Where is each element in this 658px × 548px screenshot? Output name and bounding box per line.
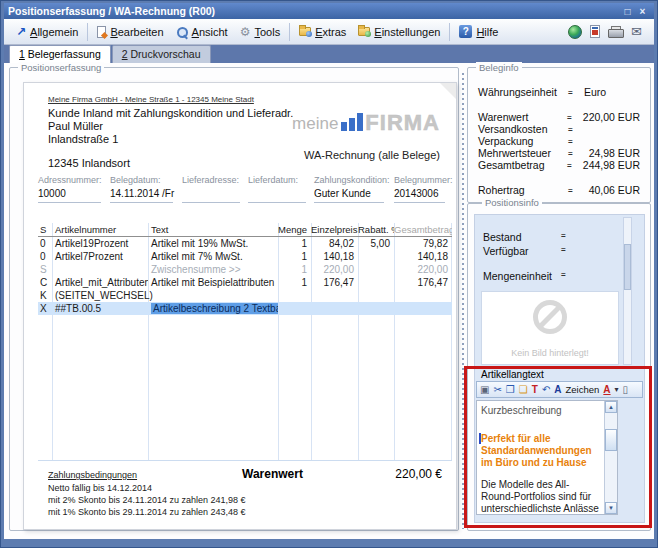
email-icon[interactable]: ✉ (631, 26, 642, 38)
table-row[interactable]: C Artikel_mit_Attributen Artikel mit Bei… (38, 276, 452, 289)
equals-icon: = (568, 125, 584, 134)
beleginfo-groupbox: Währungseinheit = Euro Warenwert = 220,0… (467, 67, 651, 203)
positionsinfo-row: Mengeneinheit = (483, 270, 636, 282)
page-curl-icon (440, 83, 456, 99)
col-header-artikelnummer[interactable]: Artikelnummer (52, 224, 148, 235)
table-row-pagebreak[interactable]: K (SEITEN_WECHSEL) (38, 289, 452, 302)
tab-label: Druckvorschau (131, 48, 201, 60)
col-header-menge[interactable]: Menge (278, 224, 311, 235)
field-value[interactable]: 20143006 (394, 188, 452, 201)
chevron-down-icon[interactable]: ▾ (615, 384, 619, 395)
panel-splitter[interactable] (461, 73, 464, 529)
editor-scrollbar[interactable]: ▲ ▼ (604, 401, 617, 514)
table-row[interactable]: 0 Artikel7Prozent Artikel mit 7% MwSt. 1… (38, 250, 452, 263)
langtext-headline: Perfekt für alle Standardanwendungen im … (481, 433, 601, 469)
menu-item-bearbeiten[interactable]: Bearbeiten (91, 23, 169, 41)
table-row[interactable]: 0 Artikel19Prozent Artikel mit 19% MwSt.… (38, 237, 452, 250)
langtext-editor[interactable]: Kurzbeschreibung Perfekt für alle Standa… (476, 400, 618, 515)
menu-item-extras[interactable]: Extras (293, 23, 352, 41)
menu-separator (449, 23, 450, 41)
scrollbar-thumb[interactable] (605, 429, 617, 451)
menu-bar: ↗ Allgemein Bearbeiten Ansicht ⚙ Tools E… (4, 19, 654, 45)
group-label-positionsinfo: Positionsinfo (482, 197, 542, 208)
menu-item-allgemein[interactable]: ↗ Allgemein (10, 23, 84, 41)
globe-icon[interactable] (568, 25, 582, 39)
title-bar: Positionserfassung / WA-Rechnung (R00) □… (4, 3, 654, 19)
field-value[interactable] (248, 188, 314, 201)
menu-separator (87, 23, 88, 41)
close-icon[interactable]: × (635, 5, 650, 18)
maximize-editor-icon[interactable]: ▣ (480, 384, 489, 395)
scroll-up-icon[interactable]: ▲ (605, 401, 617, 413)
undo-icon[interactable]: ↶ (542, 384, 550, 395)
scrollbar-thumb[interactable] (624, 244, 631, 290)
field-zahlungskondition[interactable]: Zahlungskondition: Guter Kunde (314, 175, 394, 203)
tab-band: 1 Belegerfassung 2 Druckvorschau (4, 45, 654, 63)
field-belegnummer[interactable]: Belegnummer: 20143006 (394, 175, 452, 203)
tab-druckvorschau[interactable]: 2 Druckvorschau (112, 45, 211, 63)
menu-label: Extras (315, 26, 346, 38)
positions-table: S Artikelnummer Text Menge Einzelpreis R… (38, 223, 452, 461)
panel-scrollbar[interactable] (623, 217, 632, 365)
tab-number: 2 (122, 48, 128, 60)
window-title: Positionserfassung / WA-Rechnung (R00) (8, 5, 620, 17)
field-value[interactable]: Guter Kunde (314, 188, 394, 201)
scroll-down-icon[interactable]: ▼ (605, 502, 617, 514)
paste-icon[interactable]: ❏ (519, 384, 528, 395)
text-caret (479, 433, 481, 444)
equals-icon: = (561, 231, 566, 243)
equals-icon: = (567, 161, 583, 170)
col-header-s[interactable]: S (38, 224, 52, 235)
clipped-toolbar-icon[interactable]: ▯ (623, 384, 629, 395)
paste-text-icon[interactable]: T (532, 384, 538, 395)
equals-icon: = (561, 270, 566, 282)
copy-icon[interactable]: ❐ (506, 384, 515, 395)
bar-chart-logo-icon (341, 113, 363, 131)
font-color-icon[interactable]: A (603, 384, 610, 395)
langtext-intro: Kurzbeschreibung (481, 405, 601, 417)
menu-item-tools[interactable]: ⚙ Tools (234, 23, 286, 41)
field-value[interactable]: 10000 (38, 188, 110, 201)
restore-icon[interactable]: □ (620, 5, 635, 18)
field-value[interactable] (182, 188, 248, 201)
table-row-selected[interactable]: X ##TB.00.5 Artikelbeschreibung 2 Textba… (38, 302, 452, 315)
menu-item-ansicht[interactable]: Ansicht (170, 23, 234, 41)
invoice-document[interactable]: Meine Firma GmbH - Meine Straße 1 - 1234… (23, 82, 457, 530)
menu-label: Bearbeiten (110, 26, 163, 38)
no-image-icon (533, 300, 567, 334)
address-line: Paul Müller (48, 120, 293, 133)
field-adressnummer[interactable]: Adressnummer: 10000 (38, 175, 110, 203)
col-header-text[interactable]: Text (148, 224, 278, 235)
langtext-toolbar: ▣ ✂ ❐ ❏ T ↶ A Zeichen A ▾ ▯ (476, 381, 643, 398)
beleginfo-row: Warenwert = 220,00 EUR (468, 111, 650, 123)
content-area: Positionserfassung Meine Firma GmbH - Me… (4, 63, 654, 539)
arrow-ne-icon: ↗ (16, 27, 26, 37)
col-header-einzelpreis[interactable]: Einzelpreis (311, 224, 358, 235)
payment-terms: Zahlungsbedingungen Netto fällig bis 14.… (48, 469, 245, 518)
group-label-positionserfassung: Positionserfassung (18, 62, 104, 73)
total-value: 220,00 € (395, 467, 442, 481)
total-label: Warenwert (242, 467, 303, 481)
group-label-beleginfo: Beleginfo (476, 62, 522, 73)
print-icon[interactable] (608, 26, 623, 37)
tab-label: Belegerfassung (28, 48, 101, 60)
zeichen-button[interactable]: Zeichen (566, 384, 600, 395)
field-belegdatum[interactable]: Belegdatum: 14.11.2014 /Fr (110, 175, 182, 203)
font-icon[interactable]: A (554, 384, 561, 395)
cut-icon[interactable]: ✂ (493, 384, 501, 395)
field-lieferdatum[interactable]: Lieferdatum: (248, 175, 314, 203)
field-value[interactable]: 14.11.2014 /Fr (110, 188, 182, 201)
equals-icon: = (568, 137, 584, 146)
menu-item-hilfe[interactable]: ? Hilfe (453, 22, 504, 41)
col-header-rabatt[interactable]: Rabatt. % (358, 224, 394, 235)
menu-item-einstellungen[interactable]: Einstellungen (352, 23, 446, 41)
table-row-subtotal[interactable]: S Zwischensumme >> 1 220,00 220,00 (38, 263, 452, 276)
tab-belegerfassung[interactable]: 1 Belegerfassung (9, 45, 111, 63)
col-header-gesamtbetrag[interactable]: Gesamtbetrag (394, 224, 452, 235)
langtext-label: Artikellangtext (481, 369, 544, 380)
document-export-icon[interactable] (590, 25, 600, 38)
logo-text-meine: meine (292, 115, 338, 132)
selected-text[interactable]: Artikelbeschreibung 2 Textbaustein (151, 303, 278, 314)
field-lieferadresse[interactable]: Lieferadresse: (182, 175, 248, 203)
folder-extras-icon (299, 27, 311, 36)
